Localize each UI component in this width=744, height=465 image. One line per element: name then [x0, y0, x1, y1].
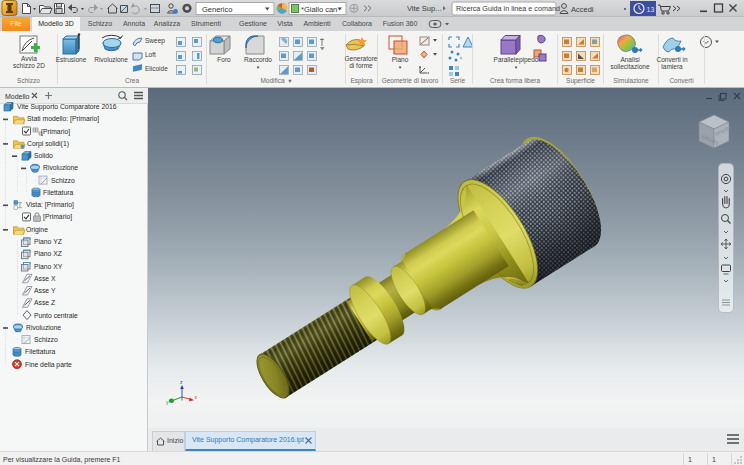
svg-text:Generico: Generico [202, 5, 232, 14]
svg-text:Ricerca Guida in linea e coman: Ricerca Guida in linea e comand [456, 4, 560, 13]
svg-text:y: y [166, 399, 169, 405]
svg-text:13: 13 [647, 6, 655, 13]
svg-text:*Giallo can: *Giallo can [301, 5, 337, 14]
svg-text:Vite Sup...: Vite Sup... [407, 4, 441, 13]
svg-text:x: x [195, 394, 198, 400]
svg-text:z: z [180, 379, 183, 385]
svg-text:Accedi: Accedi [571, 5, 594, 14]
